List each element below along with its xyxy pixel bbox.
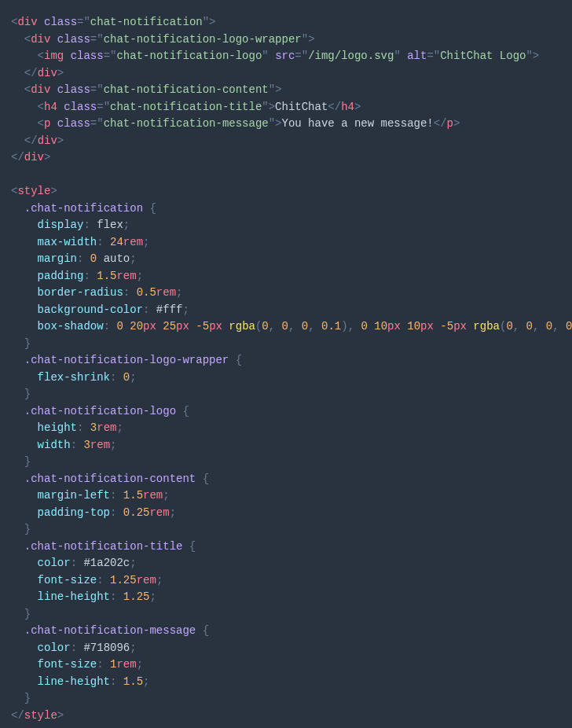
code-block: <div class="chat-notification"> <div cla…	[11, 14, 561, 724]
